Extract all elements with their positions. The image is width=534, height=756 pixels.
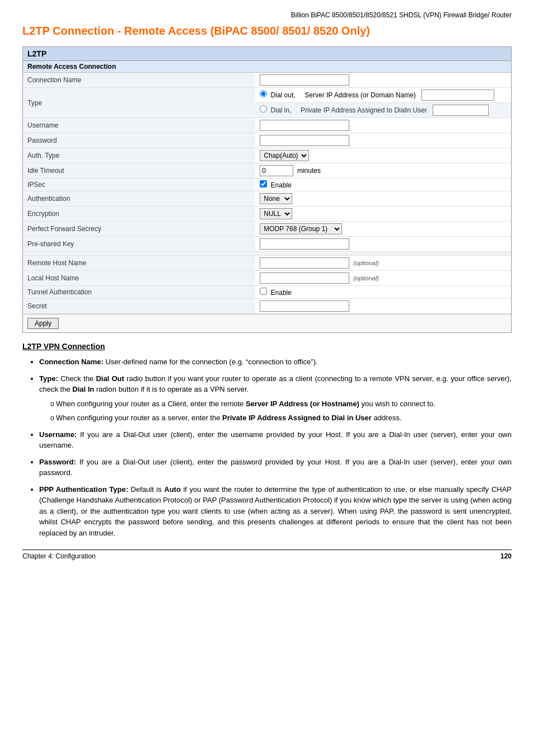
- page-footer: Chapter 4: Configuration 120: [22, 550, 512, 560]
- ipsec-row: IPSec Enable: [23, 179, 511, 191]
- encryption-select[interactable]: NULL DES 3DES AES: [260, 208, 292, 219]
- auth-type-label: Auth. Type: [23, 148, 255, 163]
- apply-row: Apply: [23, 314, 511, 332]
- connection-name-label: Connection Name: [23, 73, 255, 88]
- local-host-row: Local Host Name (optional): [23, 271, 511, 286]
- authentication-row: Authentication None MD5 SHA1: [23, 191, 511, 206]
- secret-label: Secret: [23, 299, 255, 314]
- connection-name-row: Connection Name: [23, 73, 511, 88]
- private-ip-input[interactable]: [433, 105, 489, 116]
- l2tp-form-box: L2TP Remote Access Connection Connection…: [22, 46, 512, 333]
- encryption-label: Encryption: [23, 206, 255, 222]
- tunnel-auth-row: Tunnel Authentication Enable: [23, 286, 511, 299]
- section-header: Remote Access Connection: [23, 61, 511, 73]
- list-item-type: Type: Check the Dial Out radio button if…: [39, 373, 512, 424]
- list-item-ppp-auth: PPP Authentication Type: Default is Auto…: [39, 484, 512, 539]
- sub-list-item-private-ip: When configuring your router as a server…: [50, 412, 512, 424]
- page-title: L2TP Connection - Remote Access (BiPAC 8…: [22, 25, 512, 37]
- remote-host-row: Remote Host Name (optional): [23, 256, 511, 271]
- list-item-connection-name: Connection Name: User-defined name for t…: [39, 356, 512, 368]
- spacer-row: [23, 252, 511, 256]
- local-host-label: Local Host Name: [23, 271, 255, 286]
- footer-chapter: Chapter 4: Configuration: [22, 552, 96, 560]
- sub-list-item-server-ip: When configuring your router as a Client…: [50, 398, 512, 410]
- encryption-row: Encryption NULL DES 3DES AES: [23, 206, 511, 222]
- description-list: Connection Name: User-defined name for t…: [22, 356, 512, 538]
- idle-timeout-row: Idle Timeout minutes: [23, 163, 511, 179]
- dial-in-radio[interactable]: [260, 105, 267, 112]
- pfs-label: Perfect Forward Secrecy: [23, 222, 255, 237]
- password-input[interactable]: [260, 135, 349, 146]
- password-label: Password: [23, 133, 255, 148]
- type-dial-out-row: Type Dial out, Server IP Address (or Dom…: [23, 88, 511, 103]
- dial-out-radio[interactable]: [260, 90, 267, 97]
- username-input[interactable]: [260, 120, 349, 131]
- pre-shared-key-row: Pre-shared Key: [23, 237, 511, 252]
- pre-shared-key-input[interactable]: [260, 238, 349, 250]
- description-section: L2TP VPN Connection Connection Name: Use…: [22, 342, 512, 538]
- server-ip-input[interactable]: [421, 90, 494, 101]
- sub-list-type: When configuring your router as a Client…: [39, 398, 512, 424]
- connection-name-input[interactable]: [260, 74, 349, 86]
- auth-type-select[interactable]: Chap(Auto) CHAP PAP: [260, 150, 309, 161]
- page-header: Billion BiPAC 8500/8501/8520/8521 SHDSL …: [22, 11, 512, 19]
- remote-host-input[interactable]: [260, 257, 349, 269]
- password-row: Password: [23, 133, 511, 148]
- idle-timeout-label: Idle Timeout: [23, 163, 255, 179]
- footer-page-number: 120: [500, 552, 512, 560]
- list-item-password: Password: If you are a Dial-Out user (cl…: [39, 457, 512, 478]
- auth-type-row: Auth. Type Chap(Auto) CHAP PAP: [23, 148, 511, 163]
- list-item-username: Username: If you are a Dial-Out user (cl…: [39, 429, 512, 451]
- pfs-select[interactable]: MODP 768 (Group 1) MODP 1024 (Group 2) M…: [260, 223, 342, 234]
- idle-timeout-input[interactable]: [260, 165, 293, 176]
- authentication-select[interactable]: None MD5 SHA1: [260, 193, 292, 204]
- tunnel-auth-checkbox[interactable]: [260, 288, 267, 295]
- username-label: Username: [23, 118, 255, 133]
- ipsec-enable-checkbox[interactable]: [260, 180, 267, 187]
- username-row: Username: [23, 118, 511, 133]
- secret-input[interactable]: [260, 300, 349, 312]
- l2tp-title: L2TP: [23, 47, 511, 61]
- type-label: Type: [23, 88, 255, 118]
- apply-button[interactable]: Apply: [27, 318, 59, 329]
- tunnel-auth-label: Tunnel Authentication: [23, 286, 255, 299]
- secret-row: Secret: [23, 299, 511, 314]
- form-table: Connection Name Type Dial out, Server IP…: [23, 73, 511, 314]
- authentication-label: Authentication: [23, 191, 255, 206]
- remote-host-label: Remote Host Name: [23, 256, 255, 271]
- description-title: L2TP VPN Connection: [22, 342, 512, 351]
- ipsec-label: IPSec: [23, 179, 255, 191]
- pfs-row: Perfect Forward Secrecy MODP 768 (Group …: [23, 222, 511, 237]
- pre-shared-key-label: Pre-shared Key: [23, 237, 255, 252]
- local-host-input[interactable]: [260, 273, 349, 284]
